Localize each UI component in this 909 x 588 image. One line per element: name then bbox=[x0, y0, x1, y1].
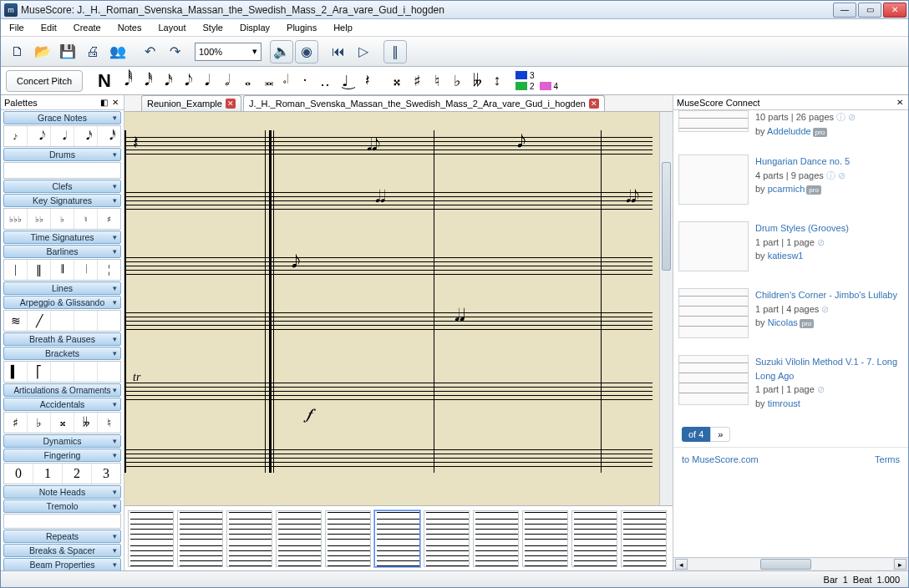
double-sharp-icon[interactable]: 𝄪 bbox=[388, 70, 405, 92]
dot-icon[interactable]: · bbox=[297, 70, 313, 92]
palettes-close-icon[interactable]: ✕ bbox=[110, 98, 120, 108]
repeat-icon[interactable]: ‖ bbox=[383, 40, 407, 63]
connect-horizontal-scrollbar[interactable]: ◂ ▸ bbox=[673, 557, 908, 570]
menu-edit[interactable]: Edit bbox=[33, 21, 65, 34]
pager-current[interactable]: of 4 bbox=[682, 427, 710, 442]
open-file-icon[interactable]: 📂 bbox=[31, 40, 54, 63]
grace-note-cell[interactable]: 𝅘𝅥𝅮 bbox=[28, 126, 51, 146]
menu-file[interactable]: File bbox=[1, 21, 33, 34]
voice-2-box[interactable] bbox=[515, 82, 527, 90]
note-16th-icon[interactable]: 𝅘𝅥𝅯 bbox=[156, 70, 173, 92]
thumbnail-page[interactable] bbox=[325, 510, 371, 567]
grace-note-cell[interactable]: 𝅘𝅥𝅰 bbox=[98, 126, 120, 146]
undo-icon[interactable]: ↶ bbox=[138, 40, 161, 63]
connect-thumb[interactable] bbox=[678, 288, 749, 338]
barline-cell[interactable]: 𝄀 bbox=[74, 260, 98, 280]
save-icon[interactable]: 💾 bbox=[56, 40, 79, 63]
menu-plugins[interactable]: Plugins bbox=[278, 21, 325, 34]
score-vertical-scrollbar[interactable] bbox=[659, 112, 673, 505]
thumbnail-page[interactable] bbox=[473, 510, 519, 567]
keysig-cell[interactable]: ♭ bbox=[51, 209, 74, 229]
play-icon[interactable]: ▷ bbox=[352, 40, 375, 63]
accidental-cell[interactable]: ♮ bbox=[98, 413, 120, 433]
fingering-cell[interactable]: 1 bbox=[33, 464, 63, 484]
tie-icon[interactable]: ♩͜ bbox=[337, 70, 353, 92]
new-file-icon[interactable]: 🗋 bbox=[6, 40, 29, 63]
barline-cell[interactable]: ‖ bbox=[28, 260, 51, 280]
natural-icon[interactable]: ♮ bbox=[429, 70, 445, 92]
palette-arpeggio[interactable]: Arpeggio & Glissando bbox=[3, 296, 121, 309]
connect-author[interactable]: Nicolas bbox=[768, 317, 798, 327]
fingering-cell[interactable]: 3 bbox=[92, 464, 120, 484]
sound-icon[interactable]: 🔈 bbox=[270, 40, 293, 63]
tab-close-icon[interactable]: ✕ bbox=[226, 99, 236, 109]
thumbnail-page[interactable] bbox=[226, 510, 272, 567]
double-dot-icon[interactable]: ‥ bbox=[317, 70, 333, 92]
note-quarter-icon[interactable]: 𝅘𝅥 bbox=[196, 70, 213, 92]
menu-layout[interactable]: Layout bbox=[150, 21, 194, 34]
info-icon[interactable]: ⓘ ⊘ bbox=[826, 170, 846, 180]
keysig-cell[interactable]: ♭♭ bbox=[28, 209, 51, 229]
thumbnail-page[interactable] bbox=[276, 510, 322, 567]
palette-clefs[interactable]: Clefs bbox=[3, 180, 121, 193]
palette-grace-notes[interactable]: Grace Notes bbox=[3, 111, 121, 124]
palette-brackets[interactable]: Brackets bbox=[3, 347, 121, 360]
palette-breaks[interactable]: Breaks & Spacer bbox=[3, 544, 121, 557]
barline-cell[interactable]: ¦ bbox=[98, 260, 120, 280]
connect-author[interactable]: Addeludde bbox=[767, 126, 811, 136]
palette-fingering[interactable]: Fingering bbox=[3, 449, 121, 462]
note-half-icon[interactable]: 𝅗𝅥 bbox=[216, 70, 233, 92]
palette-barlines[interactable]: Barlines bbox=[3, 245, 121, 258]
connect-author[interactable]: timroust bbox=[768, 398, 800, 408]
palette-time-signatures[interactable]: Time Signatures bbox=[3, 231, 121, 244]
connect-author[interactable]: pcarmich bbox=[768, 184, 805, 194]
thumbnail-page[interactable] bbox=[621, 510, 667, 567]
info-icon[interactable]: ⓘ ⊘ bbox=[836, 112, 856, 122]
thumbnail-page[interactable] bbox=[522, 510, 568, 567]
menu-create[interactable]: Create bbox=[65, 21, 109, 34]
rest-icon[interactable]: 𝄽 bbox=[357, 70, 373, 92]
bracket-cell[interactable]: ⎡ bbox=[28, 362, 51, 382]
palette-repeats[interactable]: Repeats bbox=[3, 530, 121, 543]
grace-note-cell[interactable]: 𝆔 bbox=[4, 126, 28, 146]
note-longa-icon[interactable]: 𝆹𝅥 bbox=[277, 70, 293, 92]
flip-stem-icon[interactable]: ↕ bbox=[489, 70, 505, 92]
palette-drums[interactable]: Drums bbox=[3, 148, 121, 161]
connect-close-icon[interactable]: ✕ bbox=[895, 98, 905, 108]
info-icon[interactable]: ⊘ bbox=[817, 384, 825, 394]
palette-accidentals[interactable]: Accidentals bbox=[3, 398, 121, 411]
palette-breath[interactable]: Breath & Pauses bbox=[3, 332, 121, 346]
voice-4-box[interactable] bbox=[540, 82, 551, 90]
connect-item-title[interactable]: Children's Corner - Jimbo's Lullaby bbox=[755, 290, 897, 300]
connect-thumb[interactable] bbox=[678, 110, 749, 132]
fingering-cell[interactable]: 2 bbox=[63, 464, 92, 484]
barline-cell[interactable]: 𝄂 bbox=[51, 260, 74, 280]
note-whole-icon[interactable]: 𝅝 bbox=[236, 70, 253, 92]
grace-note-cell[interactable]: 𝅘𝅥 bbox=[51, 126, 74, 146]
palette-lines[interactable]: Lines bbox=[3, 281, 121, 295]
redo-icon[interactable]: ↷ bbox=[163, 40, 186, 63]
arpeggio-cell[interactable]: ≋ bbox=[4, 311, 28, 331]
pager-next-button[interactable]: » bbox=[710, 427, 730, 442]
thumbnail-page[interactable] bbox=[177, 510, 223, 567]
connect-thumb[interactable] bbox=[678, 155, 749, 205]
thumbnail-page-selected[interactable] bbox=[374, 510, 420, 567]
tab-close-icon[interactable]: ✕ bbox=[589, 99, 599, 109]
note-32nd-icon[interactable]: 𝅘𝅥𝅰 bbox=[136, 70, 153, 92]
note-8th-icon[interactable]: 𝅘𝅥𝅮 bbox=[176, 70, 193, 92]
accidental-cell[interactable]: ♭ bbox=[28, 413, 51, 433]
menu-notes[interactable]: Notes bbox=[109, 21, 150, 34]
community-icon[interactable]: 👥 bbox=[106, 40, 129, 63]
score-canvas[interactable]: 𝄽 𝅘𝅥𝅮𝅘𝅥𝅮𝅘𝅥 𝅘𝅥 𝅘𝅥𝅘𝅥𝅮 𝅘𝅥 𝅘𝅥 𝅘𝅥 𝅘𝅥𝅘𝅥 𝅘𝅥𝅮𝅘𝅥𝅮… bbox=[124, 112, 673, 505]
connect-thumb[interactable] bbox=[678, 355, 749, 405]
print-icon[interactable]: 🖨 bbox=[81, 40, 104, 63]
voice-1-box[interactable] bbox=[515, 71, 527, 79]
fingering-cell[interactable]: 0 bbox=[4, 464, 33, 484]
thumbnail-page[interactable] bbox=[571, 510, 617, 567]
palette-tremolo[interactable]: Tremolo bbox=[3, 499, 121, 513]
bracket-cell[interactable]: ▍ bbox=[4, 362, 28, 382]
keysig-cell[interactable]: ♯ bbox=[98, 209, 120, 229]
note-breve-icon[interactable]: 𝅜 bbox=[256, 70, 273, 92]
connect-item-title[interactable]: Drum Styles (Grooves) bbox=[755, 223, 849, 233]
scroll-right-icon[interactable]: ▸ bbox=[894, 559, 906, 570]
